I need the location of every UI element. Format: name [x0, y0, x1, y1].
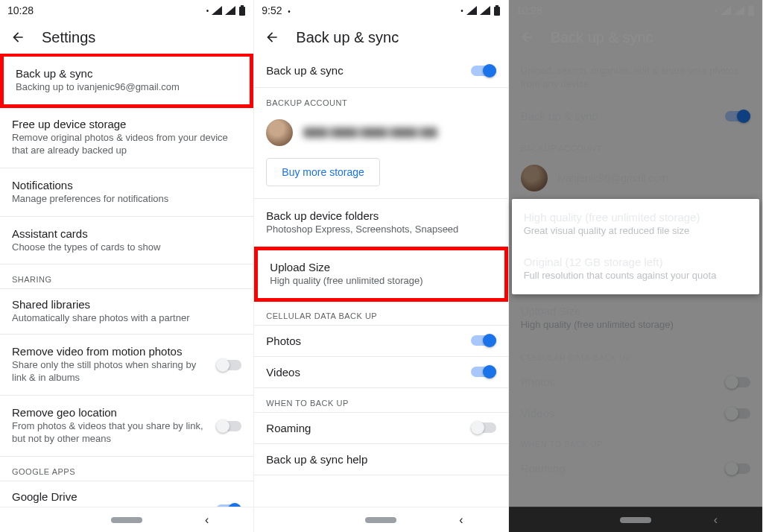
back-arrow-icon[interactable] — [519, 30, 534, 45]
setting-backup-sync-toggle-row[interactable]: Back up & sync — [254, 54, 507, 88]
nav-home-pill[interactable] — [111, 517, 142, 523]
section-header-sharing: Sharing — [0, 265, 253, 288]
signal-icon — [212, 6, 222, 15]
setting-shared-libraries[interactable]: Shared libraries Automatically share pho… — [0, 288, 253, 335]
setting-free-up-storage[interactable]: Free up device storage Remove original p… — [0, 107, 253, 168]
setting-backup-sync-toggle-row: Back up & sync — [509, 99, 762, 133]
setting-subtitle: Share only the still photos when sharing… — [12, 359, 209, 384]
status-icons: • — [206, 5, 247, 16]
setting-title: Assistant cards — [12, 227, 241, 240]
svg-rect-1 — [241, 5, 244, 7]
section-header-cellular: Cellular Data Back Up — [254, 301, 507, 325]
setting-title: Videos — [521, 407, 718, 419]
toggle-cellular-photos[interactable] — [471, 334, 496, 347]
setting-roaming[interactable]: Roaming — [254, 412, 507, 444]
toggle-cellular-videos[interactable] — [471, 365, 496, 379]
setting-cellular-videos[interactable]: Videos — [254, 357, 507, 388]
setting-upload-size: Upload Size High quality (free unlimited… — [509, 294, 762, 343]
toggle-roaming[interactable] — [471, 421, 496, 434]
svg-rect-2 — [494, 7, 500, 16]
buy-more-storage-button[interactable]: Buy more storage — [266, 158, 380, 186]
setting-cellular-videos: Videos — [509, 398, 762, 429]
setting-title: Back up device folders — [266, 209, 496, 222]
setting-subtitle: Manage preferences for notifications — [12, 193, 241, 206]
setting-subtitle: Remove original photos & videos from you… — [12, 132, 241, 157]
app-header: Settings — [0, 21, 253, 54]
screen-settings: 10:28 • Settings Back up & sync Backing … — [0, 0, 254, 532]
setting-title: Photos — [266, 335, 463, 347]
battery-icon — [238, 5, 246, 16]
nav-back-icon[interactable]: ‹ — [714, 513, 718, 527]
setting-upload-size[interactable]: Upload Size High quality (free unlimited… — [254, 247, 507, 302]
setting-remove-geo[interactable]: Remove geo location From photos & videos… — [0, 396, 253, 457]
dot-icon: • — [715, 7, 718, 15]
nav-back-icon[interactable]: ‹ — [459, 513, 463, 527]
page-title: Back up & sync — [296, 29, 399, 46]
avatar — [521, 165, 548, 191]
section-header-when: When to Back Up — [509, 429, 762, 453]
setting-title: Videos — [266, 366, 463, 379]
account-row: ivanjenic96@gmail.com — [509, 157, 762, 199]
status-bar: 10:28 • — [0, 0, 253, 21]
dimmed-background-list: Upload, search, organize, edit & share y… — [509, 54, 762, 199]
setting-help[interactable]: Back up & sync help — [254, 444, 507, 475]
section-header-google-apps: Google Apps — [0, 457, 253, 481]
setting-google-drive[interactable]: Google Drive Sync photos & videos from G… — [0, 481, 253, 507]
section-header-cellular: Cellular Data Back Up — [509, 343, 762, 367]
toggle-cellular-videos — [725, 407, 750, 420]
setting-device-folders[interactable]: Back up device folders Photoshop Express… — [254, 199, 507, 247]
buy-storage-row: Buy more storage — [254, 153, 507, 199]
setting-title: Back up & sync help — [266, 453, 496, 466]
setting-remove-video-motion[interactable]: Remove video from motion photos Share on… — [0, 335, 253, 396]
toggle-remove-geo[interactable] — [216, 419, 241, 433]
option-high-quality[interactable]: High quality (free unlimited storage) Gr… — [512, 202, 759, 247]
signal-icon — [721, 6, 731, 15]
nav-bar: ‹ — [254, 507, 507, 532]
toggle-backup-sync[interactable] — [471, 64, 496, 77]
setting-title: Remove video from motion photos — [12, 345, 209, 358]
toggle-cellular-photos — [725, 376, 750, 389]
status-icons: • — [460, 5, 501, 16]
account-email-blurred — [303, 127, 437, 138]
section-header-backup-account: Backup Account — [509, 133, 762, 157]
setting-title: Roaming — [521, 462, 718, 475]
setting-cellular-photos: Photos — [509, 367, 762, 398]
option-title: High quality (free unlimited storage) — [524, 211, 747, 224]
nav-back-icon[interactable]: ‹ — [205, 513, 209, 527]
setting-title: Remove geo location — [12, 406, 209, 419]
svg-rect-5 — [750, 5, 753, 7]
setting-title: Upload Size — [270, 261, 492, 273]
dot-icon: • — [206, 7, 209, 15]
back-arrow-icon[interactable] — [10, 30, 25, 45]
battery-icon — [747, 5, 755, 16]
page-title: Back up & sync — [551, 29, 653, 46]
setting-title: Photos — [521, 376, 718, 388]
back-arrow-icon[interactable] — [265, 30, 279, 45]
toggle-backup-sync — [725, 110, 750, 123]
app-header: Back up & sync — [254, 21, 507, 54]
setting-title: Back up & sync — [521, 110, 718, 122]
signal-icon — [734, 6, 744, 15]
setting-subtitle: Choose the types of cards to show — [12, 241, 241, 254]
setting-notifications[interactable]: Notifications Manage preferences for not… — [0, 168, 253, 217]
option-original[interactable]: Original (12 GB storage left) Full resol… — [512, 247, 759, 291]
setting-title: Notifications — [12, 179, 241, 191]
option-title: Original (12 GB storage left) — [524, 256, 747, 268]
setting-cellular-photos[interactable]: Photos — [254, 325, 507, 357]
screen-backup-sync: 9:52 • • Back up & sync Back up & sync B… — [254, 0, 508, 532]
setting-subtitle: High quality (free unlimited storage) — [521, 319, 750, 332]
signal-icon — [480, 6, 490, 15]
nav-home-pill[interactable] — [365, 517, 396, 523]
status-time: 9:52 — [262, 4, 282, 16]
setting-backup-sync[interactable]: Back up & sync Backing up to ivanjenic96… — [0, 54, 253, 108]
setting-assistant-cards[interactable]: Assistant cards Choose the types of card… — [0, 217, 253, 265]
nav-home-pill[interactable] — [620, 517, 651, 523]
page-title: Settings — [42, 29, 95, 46]
setting-subtitle: Backing up to ivanjenic96@gmail.com — [16, 81, 238, 94]
avatar — [266, 119, 293, 146]
account-row[interactable] — [254, 112, 507, 153]
description-text: Upload, search, organize, edit & share y… — [509, 54, 762, 99]
toggle-remove-video[interactable] — [216, 358, 241, 372]
option-subtitle: Great visual quality at reduced file siz… — [524, 225, 747, 238]
setting-subtitle: High quality (free unlimited storage) — [270, 275, 492, 288]
